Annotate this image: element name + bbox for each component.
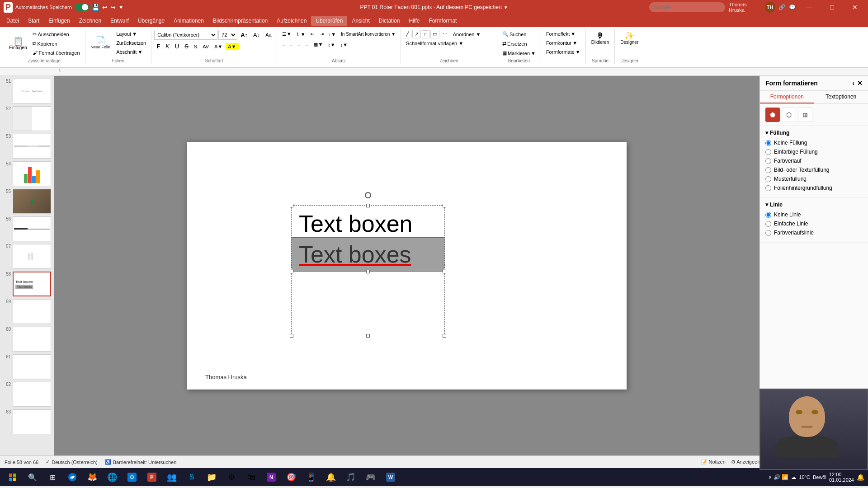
- arrow-tool[interactable]: ↗: [412, 30, 421, 38]
- italic-button[interactable]: K: [163, 42, 172, 51]
- comments-icon[interactable]: 💬: [789, 4, 796, 10]
- justify-button[interactable]: ≡: [303, 41, 311, 49]
- share-icon[interactable]: 🔗: [778, 4, 785, 10]
- handle-bl-inner[interactable]: [290, 270, 293, 273]
- line-collapse-icon[interactable]: ▾: [765, 202, 768, 208]
- reset-button[interactable]: Zurücksetzen: [114, 39, 148, 47]
- bullet-list-button[interactable]: ☰▼: [280, 30, 294, 38]
- markieren-button[interactable]: ▦ Markieren ▼: [500, 49, 538, 57]
- text-align-button[interactable]: ↕▼: [338, 41, 350, 49]
- firefox-button[interactable]: 🦊: [83, 469, 101, 485]
- toolbar-save-icon[interactable]: 💾: [92, 4, 99, 11]
- slide-thumb-51[interactable]: 51 Text box... Text boxes: [2, 78, 52, 104]
- taskview-button[interactable]: ⊞: [43, 469, 61, 485]
- fill-slidebg-radio[interactable]: [765, 185, 771, 191]
- menu-praesentation[interactable]: Bildschirmpräsentation: [208, 16, 272, 26]
- toolbar-undo-icon[interactable]: ↩: [102, 4, 108, 11]
- fill-option-none[interactable]: Keine Füllung: [765, 140, 863, 146]
- start-button[interactable]: [4, 469, 22, 485]
- fill-none-radio[interactable]: [765, 140, 771, 146]
- slide-panel[interactable]: 51 Text box... Text boxes 52 53: [0, 76, 54, 455]
- canvas-area[interactable]: Text boxen Text boxes Thomas: [54, 76, 760, 455]
- menu-aufzeichnen[interactable]: Aufzeichnen: [272, 16, 311, 26]
- line-gradient-radio[interactable]: [765, 230, 771, 236]
- menu-ansicht[interactable]: Ansicht: [347, 16, 374, 26]
- line-solid-radio[interactable]: [765, 221, 771, 227]
- handle-bl[interactable]: [290, 334, 293, 338]
- app14-button[interactable]: 🎯: [282, 469, 300, 485]
- language-status[interactable]: ✓ Deutsch (Österreich): [46, 459, 97, 465]
- slide-thumb-53[interactable]: 53: [2, 133, 52, 160]
- highlight-button[interactable]: A▼: [226, 43, 238, 50]
- slide-thumb-59[interactable]: 59: [2, 298, 52, 325]
- handle-br[interactable]: [443, 334, 446, 338]
- cut-button[interactable]: ✂ Ausschneiden: [30, 30, 82, 38]
- fill-section-title[interactable]: ▾ Füllung: [765, 130, 863, 136]
- menu-uebergaenge[interactable]: Übergänge: [133, 16, 169, 26]
- store-button[interactable]: 🛍: [242, 469, 260, 485]
- text-top[interactable]: Text boxen: [292, 206, 444, 237]
- slide-thumb-62[interactable]: 62: [2, 381, 52, 408]
- powerpoint-taskbar-button[interactable]: P: [143, 469, 161, 485]
- designer-button[interactable]: ✨ Designer: [618, 30, 641, 47]
- rounded-rect-tool[interactable]: ▭: [430, 30, 439, 38]
- text-bottom-box[interactable]: Text boxes: [292, 237, 444, 272]
- bold-button[interactable]: F: [154, 42, 162, 51]
- handle-bm[interactable]: [366, 334, 370, 338]
- app15-button[interactable]: 📱: [302, 469, 320, 485]
- quick-styles-button[interactable]: Schnellformat-vorlagen ▼: [404, 39, 466, 47]
- tab-textoptionen[interactable]: Textoptionen: [814, 91, 868, 103]
- line-none-radio[interactable]: [765, 212, 771, 218]
- word-button[interactable]: W: [382, 469, 400, 485]
- panel-close-icon[interactable]: ✕: [857, 80, 863, 87]
- formformate-button[interactable]: Formformate ▼: [544, 48, 583, 56]
- increase-indent-button[interactable]: ⇥: [317, 30, 326, 38]
- slide-thumb-56[interactable]: 56: [2, 216, 52, 242]
- decrease-font-button[interactable]: A↓: [251, 30, 262, 40]
- menu-formformat[interactable]: Formformat: [424, 16, 461, 26]
- rect-tool[interactable]: □: [422, 30, 429, 38]
- fill-option-slide-bg[interactable]: Folienhintergrundfüllung: [765, 185, 863, 191]
- toolbar-redo-icon[interactable]: ↪: [110, 4, 116, 11]
- copy-button[interactable]: ⧉ Kopieren: [30, 39, 82, 48]
- line-section-title[interactable]: ▾ Linie: [765, 202, 863, 208]
- fill-pattern-radio[interactable]: [765, 176, 771, 182]
- panel-fill-icon-btn[interactable]: ⬟: [765, 108, 780, 122]
- text-direction-button[interactable]: ↕▼: [326, 30, 338, 38]
- slide-thumb-55[interactable]: 55 🌲: [2, 188, 52, 215]
- menu-ueberpruefen[interactable]: Überprüfen: [311, 16, 347, 26]
- section-button[interactable]: Abschnitt ▼: [114, 48, 148, 56]
- menu-einfuegen[interactable]: Einfügen: [44, 16, 74, 26]
- fill-option-picture[interactable]: Bild- oder Texturfüllung: [765, 167, 863, 173]
- minimize-button[interactable]: —: [799, 0, 819, 14]
- numbered-list-button[interactable]: 1.▼: [294, 30, 308, 38]
- shapes-more[interactable]: ⋯: [440, 30, 450, 38]
- underline-button[interactable]: U: [173, 42, 181, 51]
- formkontur-button[interactable]: Formkontur ▼: [544, 39, 583, 47]
- handle-tm[interactable]: [366, 204, 370, 207]
- menu-datei[interactable]: Datei: [2, 16, 24, 26]
- handle-bm-inner[interactable]: [366, 270, 370, 273]
- arrange-button[interactable]: Anordnen ▼: [451, 30, 483, 38]
- menu-zeichnen[interactable]: Zeichnen: [75, 16, 106, 26]
- app17-button[interactable]: 🎵: [342, 469, 360, 485]
- clear-format-button[interactable]: Aa: [263, 31, 274, 39]
- fill-collapse-icon[interactable]: ▾: [765, 130, 768, 136]
- line-option-solid[interactable]: Einfache Linie: [765, 221, 863, 227]
- convert-smartart-button[interactable]: In SmartArt konvertieren ▼: [339, 30, 398, 38]
- fill-solid-radio[interactable]: [765, 149, 771, 155]
- menu-hilfe[interactable]: Hilfe: [404, 16, 424, 26]
- maximize-button[interactable]: □: [822, 0, 842, 14]
- increase-font-button[interactable]: A↑: [238, 30, 250, 40]
- slide-thumb-57[interactable]: 57 a b c d: [2, 243, 52, 270]
- chrome-button[interactable]: 🌐: [103, 469, 121, 485]
- skype-button[interactable]: S: [183, 469, 201, 485]
- panel-back-icon[interactable]: ‹: [852, 80, 854, 87]
- slide-thumb-52[interactable]: 52: [2, 105, 52, 132]
- autosave-toggle[interactable]: [75, 4, 89, 11]
- app16-button[interactable]: 🔔: [322, 469, 340, 485]
- outlook-button[interactable]: O: [123, 469, 141, 485]
- close-button[interactable]: ✕: [845, 0, 864, 14]
- file-manager-button[interactable]: 📁: [203, 469, 221, 485]
- selected-textbox[interactable]: Text boxen Text boxes: [291, 205, 445, 336]
